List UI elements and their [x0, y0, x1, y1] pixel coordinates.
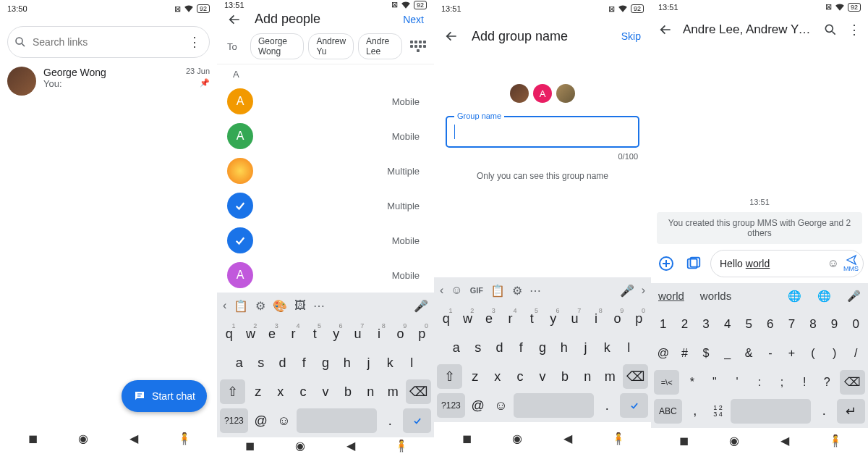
- key[interactable]: w2: [242, 321, 260, 346]
- backspace-key[interactable]: ⌫: [623, 364, 648, 389]
- key[interactable]: ': [727, 370, 746, 395]
- key[interactable]: 8: [804, 312, 822, 337]
- key[interactable]: 9: [825, 312, 844, 337]
- key[interactable]: t5: [522, 306, 541, 331]
- nav-back[interactable]: ◀: [127, 432, 141, 445]
- contact-row[interactable]: Multiple: [217, 188, 434, 223]
- more-icon[interactable]: ⋮: [186, 34, 203, 50]
- key[interactable]: _: [718, 341, 737, 366]
- key[interactable]: 2: [676, 312, 694, 337]
- key[interactable]: ": [705, 370, 724, 395]
- symbols-key[interactable]: ?123: [437, 393, 465, 418]
- key[interactable]: o9: [608, 306, 627, 331]
- emoji-key[interactable]: ☺: [274, 408, 294, 433]
- period-key[interactable]: .: [380, 408, 400, 433]
- key[interactable]: e3: [480, 306, 498, 331]
- key[interactable]: *: [682, 370, 702, 395]
- clipboard-icon[interactable]: 📋: [234, 299, 248, 313]
- key[interactable]: #: [676, 341, 694, 366]
- nav-accessibility[interactable]: 🧍: [177, 432, 192, 445]
- abc-key[interactable]: ABC: [654, 399, 682, 424]
- period-key[interactable]: .: [814, 399, 834, 424]
- mic-icon[interactable]: 🎤: [847, 290, 861, 303]
- key[interactable]: /: [846, 341, 865, 366]
- key[interactable]: j: [359, 350, 378, 375]
- key[interactable]: $: [697, 341, 715, 366]
- symbols-key[interactable]: ?123: [220, 408, 248, 433]
- message-input[interactable]: Hello world ☺ MMS: [710, 250, 864, 277]
- key[interactable]: r4: [501, 306, 520, 331]
- key[interactable]: u7: [566, 306, 584, 331]
- enter-key[interactable]: [620, 393, 648, 418]
- period-key[interactable]: .: [597, 393, 617, 418]
- key[interactable]: r4: [284, 321, 303, 346]
- key[interactable]: 3: [697, 312, 715, 337]
- shift-key[interactable]: ⇧: [220, 379, 245, 404]
- more-icon[interactable]: ⋯: [313, 299, 325, 313]
- key[interactable]: z: [465, 364, 485, 389]
- back-icon[interactable]: [444, 29, 459, 43]
- keyboard[interactable]: ‹ 📋 ⚙ 🎨 🖼 ⋯ 🎤 q1w2e3r4t5y6u7i8o9p0asdfgh…: [217, 293, 434, 437]
- key[interactable]: m: [600, 364, 620, 389]
- key[interactable]: ?: [817, 370, 837, 395]
- key[interactable]: v: [315, 379, 335, 404]
- chevron-left-icon[interactable]: ‹: [440, 284, 443, 297]
- emoji-key[interactable]: ☺: [491, 393, 511, 418]
- key[interactable]: d: [273, 350, 292, 375]
- globe-icon[interactable]: 🌐: [817, 290, 831, 303]
- contact-row[interactable]: Mobile: [217, 223, 434, 258]
- nav-home[interactable]: ◉: [76, 432, 90, 445]
- key[interactable]: 1: [654, 312, 673, 337]
- key[interactable]: 7: [783, 312, 801, 337]
- key[interactable]: m: [383, 379, 403, 404]
- space-key[interactable]: [514, 393, 594, 418]
- key[interactable]: q1: [220, 321, 239, 346]
- next-button[interactable]: Next: [403, 14, 424, 25]
- keyboard[interactable]: ‹ ☺ GIF 📋 ⚙ ⋯ 🎤 › q1w2e3r4t5y6u7i8o9p0as…: [434, 277, 651, 422]
- key[interactable]: e3: [263, 321, 281, 346]
- key[interactable]: i8: [370, 321, 388, 346]
- shift-key[interactable]: ⇧: [437, 364, 462, 389]
- key[interactable]: !: [795, 370, 814, 395]
- back-icon[interactable]: [227, 12, 242, 27]
- keyboard[interactable]: world worlds 🌐 🌐 🎤 1234567890@#$_&-+()/=…: [651, 283, 868, 428]
- key[interactable]: a: [447, 335, 466, 360]
- conversation-title[interactable]: Andre Lee, Andrew Yu, Geor...: [683, 22, 813, 37]
- more-icon[interactable]: ⋮: [848, 22, 861, 38]
- gear-icon[interactable]: ⚙: [512, 284, 522, 298]
- contact-row[interactable]: AMobile: [217, 258, 434, 293]
- dialpad-icon[interactable]: [409, 41, 427, 52]
- key[interactable]: l: [619, 335, 638, 360]
- key[interactable]: k: [597, 335, 616, 360]
- key[interactable]: x: [271, 379, 290, 404]
- conversation-row[interactable]: George Wong You: 23 Jun 📌: [0, 64, 217, 98]
- key[interactable]: w2: [459, 306, 477, 331]
- key[interactable]: p0: [629, 306, 648, 331]
- enter-key[interactable]: ↵: [837, 399, 865, 424]
- key[interactable]: g: [316, 350, 335, 375]
- add-button[interactable]: [655, 253, 677, 274]
- key[interactable]: (: [804, 341, 822, 366]
- key[interactable]: j: [576, 335, 595, 360]
- key[interactable]: 0: [846, 312, 865, 337]
- key[interactable]: k: [380, 350, 399, 375]
- key[interactable]: x: [488, 364, 507, 389]
- backspace-key[interactable]: ⌫: [840, 370, 865, 395]
- key[interactable]: h: [555, 335, 574, 360]
- key[interactable]: l: [402, 350, 421, 375]
- key[interactable]: h: [338, 350, 357, 375]
- space-key[interactable]: [297, 408, 377, 433]
- key[interactable]: b: [556, 364, 575, 389]
- gallery-icon[interactable]: [683, 253, 705, 274]
- palette-icon[interactable]: 🎨: [273, 299, 287, 313]
- search-icon[interactable]: [823, 22, 838, 37]
- chip[interactable]: Andre Lee: [358, 33, 402, 59]
- key[interactable]: p0: [412, 321, 431, 346]
- key[interactable]: g: [533, 335, 552, 360]
- sticker-icon[interactable]: ☺: [451, 284, 462, 297]
- emoji-icon[interactable]: ☺: [827, 257, 839, 270]
- key[interactable]: z: [248, 379, 268, 404]
- key[interactable]: y6: [544, 306, 563, 331]
- key[interactable]: ): [825, 341, 844, 366]
- more-symbols-key[interactable]: =\<: [654, 370, 679, 395]
